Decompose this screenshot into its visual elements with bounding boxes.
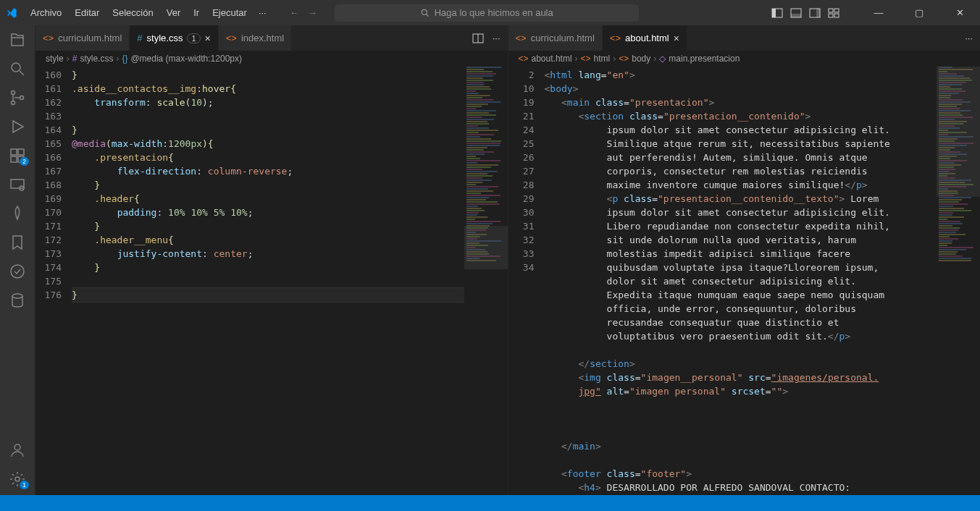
explorer-icon[interactable]	[9, 31, 26, 48]
svg-rect-5	[791, 14, 801, 17]
layout-panel-icon[interactable]	[790, 7, 802, 19]
breadcrumb-item[interactable]: html	[594, 54, 611, 64]
menu-item-selección[interactable]: Selección	[106, 4, 159, 21]
tab-style-css[interactable]: #style.css1×	[130, 25, 218, 51]
more-actions-icon[interactable]: ···	[493, 33, 501, 44]
titlebar: ArchivoEditarSelecciónVerIrEjecutar ··· …	[0, 0, 980, 25]
svg-rect-10	[829, 14, 833, 17]
sql-icon[interactable]	[9, 292, 26, 309]
tab-curriculum-html[interactable]: <>curriculum.html	[35, 25, 130, 51]
nav-back-icon[interactable]: ←	[290, 7, 299, 18]
editor-group-left: <>curriculum.html#style.css1×<>index.htm…	[35, 25, 508, 495]
code-right[interactable]: <html lang="en"><body> <main class="pres…	[545, 67, 937, 495]
breadcrumb-icon: <>	[581, 54, 591, 64]
svg-rect-17	[11, 149, 17, 155]
run-debug-icon[interactable]	[9, 118, 26, 135]
layout-sidebar-right-icon[interactable]	[809, 7, 821, 19]
svg-point-0	[422, 9, 427, 14]
menu-item-ir[interactable]: Ir	[188, 4, 205, 21]
svg-rect-18	[11, 156, 17, 162]
accounts-icon[interactable]	[9, 442, 26, 459]
svg-rect-7	[816, 9, 820, 17]
breadcrumb-item[interactable]: about.html	[532, 54, 572, 64]
liveshare-icon[interactable]	[9, 263, 26, 280]
extensions-icon[interactable]: 2	[9, 147, 26, 164]
activitybar: 2 1	[0, 25, 35, 495]
mongodb-icon[interactable]	[9, 205, 26, 222]
settings-icon[interactable]: 1	[9, 470, 26, 488]
tab-label: about.html	[625, 33, 669, 43]
bookmark-icon[interactable]	[9, 234, 26, 251]
svg-rect-20	[18, 149, 24, 155]
file-icon: <>	[226, 33, 237, 43]
svg-line-13	[20, 71, 24, 75]
menu-item-ejecutar[interactable]: Ejecutar	[206, 4, 253, 21]
menu-item-ver[interactable]: Ver	[161, 4, 187, 21]
breadcrumb-icon: ◇	[659, 54, 666, 64]
more-actions-icon[interactable]: ···	[965, 33, 973, 43]
remote-icon[interactable]	[9, 176, 26, 193]
command-center-text: Haga lo que hicimos en aula	[435, 7, 553, 18]
nav-arrows: ← →	[290, 7, 317, 18]
svg-point-12	[12, 63, 20, 72]
editor-group-right: <>curriculum.html<>about.html× ··· <> ab…	[508, 25, 981, 495]
svg-point-26	[15, 477, 20, 481]
tab-label: curriculum.html	[531, 33, 595, 43]
settings-badge: 1	[20, 481, 29, 489]
close-icon[interactable]: ×	[674, 33, 679, 44]
minimap-left[interactable]	[464, 67, 508, 495]
menu-item-archivo[interactable]: Archivo	[25, 4, 67, 21]
tab-curriculum-html[interactable]: <>curriculum.html	[508, 25, 603, 51]
close-icon[interactable]: ×	[205, 33, 211, 44]
file-icon: <>	[610, 33, 621, 43]
breadcrumb-item[interactable]: main.presentacion	[669, 54, 740, 64]
svg-point-15	[12, 101, 15, 105]
command-center[interactable]: Haga lo que hicimos en aula	[335, 4, 639, 22]
svg-point-24	[12, 294, 22, 298]
layout-sidebar-left-icon[interactable]	[771, 7, 783, 19]
tab-index-html[interactable]: <>index.html	[219, 25, 292, 51]
split-editor-icon[interactable]	[472, 33, 484, 44]
breadcrumb-item[interactable]: body	[632, 54, 650, 64]
breadcrumb-item[interactable]: @media (max-width:1200px)	[130, 54, 242, 64]
menubar: ArchivoEditarSelecciónVerIrEjecutar	[25, 4, 253, 21]
layout-customize-icon[interactable]	[828, 7, 839, 19]
tabs-right: <>curriculum.html<>about.html× ···	[508, 25, 981, 51]
statusbar[interactable]	[0, 495, 980, 511]
svg-point-25	[14, 444, 20, 450]
svg-rect-8	[829, 9, 833, 12]
minimap-right[interactable]	[937, 67, 980, 495]
tab-label: curriculum.html	[58, 33, 122, 43]
window-close[interactable]: ✕	[945, 7, 974, 18]
svg-point-14	[12, 91, 15, 95]
tab-label: index.html	[241, 33, 284, 43]
gutter-left: 1601611621631641651661671681691701711721…	[35, 67, 72, 495]
tabs-left: <>curriculum.html#style.css1×<>index.htm…	[35, 25, 508, 51]
svg-rect-9	[834, 9, 839, 12]
window-maximize[interactable]: ▢	[905, 7, 934, 18]
file-icon: <>	[43, 33, 54, 43]
modified-badge: 1	[187, 33, 200, 43]
code-left[interactable]: }.aside__contactos__img:hover{ transform…	[72, 67, 464, 495]
window-minimize[interactable]: —	[864, 7, 893, 18]
search-icon	[420, 8, 430, 18]
breadcrumb-icon: {}	[122, 54, 127, 64]
nav-forward-icon[interactable]: →	[308, 7, 317, 18]
extensions-badge: 2	[20, 157, 29, 166]
file-icon: #	[137, 33, 142, 43]
svg-rect-21	[11, 180, 24, 188]
svg-point-16	[20, 96, 24, 100]
menu-item-editar[interactable]: Editar	[69, 4, 105, 21]
breadcrumb-item[interactable]: style.css	[80, 54, 113, 64]
breadcrumb-item[interactable]: style	[46, 54, 64, 64]
search-icon[interactable]	[9, 60, 26, 77]
breadcrumbs-right[interactable]: <> about.html › <> html › <> body › ◇ ma…	[508, 51, 981, 67]
svg-point-23	[11, 265, 24, 278]
breadcrumb-icon: <>	[519, 54, 529, 64]
menu-more[interactable]: ···	[253, 4, 272, 21]
tab-about-html[interactable]: <>about.html×	[603, 25, 687, 51]
source-control-icon[interactable]	[9, 89, 26, 106]
vscode-icon	[6, 7, 17, 19]
breadcrumbs-left[interactable]: style › # style.css › {} @media (max-wid…	[35, 51, 508, 67]
tab-label: style.css	[147, 33, 183, 43]
